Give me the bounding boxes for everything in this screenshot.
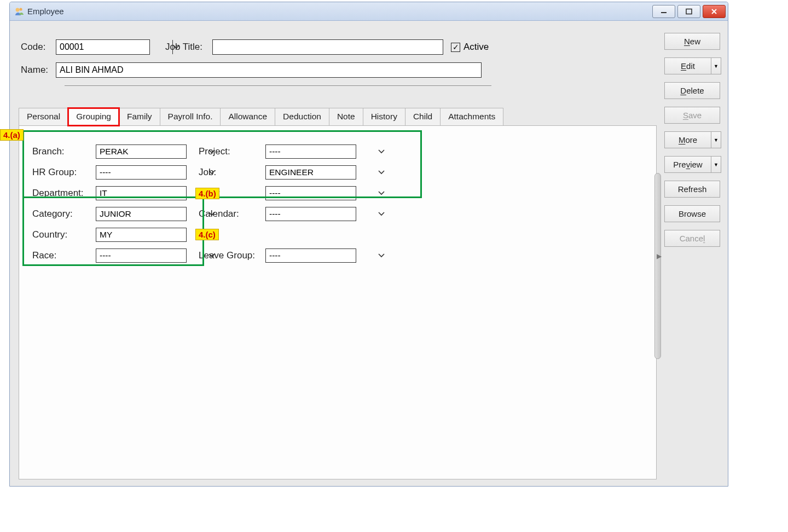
cancel-button[interactable]: Cancel: [664, 230, 720, 247]
chevron-down-icon[interactable]: [378, 166, 385, 179]
task-input[interactable]: [266, 188, 378, 198]
tab-allowance[interactable]: Allowance: [220, 108, 275, 126]
tab-payroll-info[interactable]: Payroll Info.: [160, 108, 221, 126]
hrgroup-combo[interactable]: [96, 165, 187, 180]
calendar-combo[interactable]: [265, 207, 356, 221]
app-icon: [14, 7, 24, 16]
code-input[interactable]: [56, 40, 172, 54]
race-label: Race:: [32, 250, 96, 261]
action-sidebar: New Edit ▼ Delete Save More ▼ Preview ▼ …: [664, 33, 725, 247]
country-input[interactable]: [96, 230, 208, 240]
active-checkbox[interactable]: ✓ Active: [451, 42, 489, 53]
leavegroup-label: Leave Group:: [199, 250, 265, 261]
svg-point-1: [19, 8, 22, 10]
code-label: Code:: [21, 42, 56, 53]
more-button[interactable]: More: [664, 131, 711, 148]
task-combo[interactable]: [265, 186, 356, 200]
project-combo[interactable]: [265, 144, 356, 159]
job-input[interactable]: [266, 167, 378, 177]
job-combo[interactable]: [265, 165, 356, 180]
category-input[interactable]: [96, 209, 208, 219]
browse-button[interactable]: Browse: [664, 205, 720, 222]
expand-handle-icon[interactable]: ▶: [657, 252, 662, 260]
new-button[interactable]: New: [664, 33, 720, 50]
tab-personal[interactable]: Personal: [19, 108, 68, 126]
code-combo[interactable]: [56, 39, 150, 55]
leavegroup-input[interactable]: [266, 251, 378, 261]
employee-window: Employee New Edit ▼ Delete Save More ▼ P…: [9, 2, 728, 487]
header-form: Code: Job Title: ✓ Active Name:: [21, 39, 657, 86]
race-combo[interactable]: [96, 248, 187, 263]
maximize-button[interactable]: [677, 5, 700, 18]
tab-attachments[interactable]: Attachments: [440, 108, 503, 126]
delete-button[interactable]: Delete: [664, 82, 720, 99]
name-label: Name:: [21, 65, 56, 76]
save-button[interactable]: Save: [664, 107, 720, 124]
chevron-down-icon[interactable]: [378, 145, 385, 158]
more-dropdown[interactable]: ▼: [711, 131, 721, 148]
preview-button[interactable]: Preview: [664, 156, 711, 173]
jobtitle-label: Job Title:: [165, 42, 212, 53]
project-input[interactable]: [266, 147, 378, 157]
chevron-down-icon[interactable]: [208, 228, 215, 241]
project-label: Project:: [199, 146, 265, 157]
scrollbar-thumb[interactable]: [654, 173, 661, 359]
tab-history[interactable]: History: [363, 108, 405, 126]
tab-family[interactable]: Family: [119, 108, 160, 126]
branch-combo[interactable]: [96, 144, 187, 159]
svg-rect-2: [661, 12, 667, 13]
jobtitle-input[interactable]: [212, 39, 443, 55]
name-input[interactable]: [56, 62, 482, 78]
chevron-down-icon[interactable]: [378, 207, 385, 221]
titlebar[interactable]: Employee: [10, 2, 728, 21]
department-input[interactable]: [96, 188, 208, 198]
grouping-form: Branch: Project: HR Group: Job: Departme…: [32, 141, 415, 266]
client-area: New Edit ▼ Delete Save More ▼ Preview ▼ …: [10, 21, 728, 486]
country-label: Country:: [32, 229, 96, 240]
tab-grouping[interactable]: Grouping: [68, 108, 119, 126]
divider: [65, 85, 491, 86]
edit-button[interactable]: Edit: [664, 57, 711, 74]
refresh-button[interactable]: Refresh: [664, 181, 720, 198]
task-label: Task:: [199, 188, 265, 199]
branch-input[interactable]: [96, 147, 208, 157]
chevron-down-icon[interactable]: [378, 249, 385, 262]
hrgroup-label: HR Group:: [32, 167, 96, 178]
branch-label: Branch:: [32, 146, 96, 157]
close-button[interactable]: [703, 5, 726, 18]
tabstrip: Personal Grouping Family Payroll Info. A…: [19, 107, 503, 125]
leavegroup-combo[interactable]: [265, 248, 356, 263]
category-combo[interactable]: [96, 207, 187, 221]
tab-child[interactable]: Child: [405, 108, 441, 126]
svg-point-0: [16, 8, 20, 11]
checkbox-icon: ✓: [451, 43, 460, 52]
calendar-label: Calendar:: [199, 209, 265, 219]
hrgroup-input[interactable]: [96, 167, 208, 177]
department-combo[interactable]: [96, 186, 187, 200]
country-combo[interactable]: [96, 228, 187, 242]
category-label: Category:: [32, 209, 96, 219]
department-label: Department:: [32, 188, 96, 199]
job-label: Job:: [199, 167, 265, 178]
window-controls: [652, 5, 726, 18]
tab-panel-grouping: Branch: Project: HR Group: Job: Departme…: [19, 125, 657, 479]
svg-rect-3: [686, 9, 692, 14]
tab-deduction[interactable]: Deduction: [275, 108, 329, 126]
tab-note[interactable]: Note: [329, 108, 363, 126]
race-input[interactable]: [96, 251, 208, 261]
minimize-button[interactable]: [652, 5, 675, 18]
calendar-input[interactable]: [266, 209, 378, 219]
chevron-down-icon[interactable]: [378, 187, 385, 200]
edit-dropdown[interactable]: ▼: [711, 57, 721, 74]
active-label: Active: [463, 42, 489, 53]
window-title: Employee: [27, 7, 64, 16]
preview-dropdown[interactable]: ▼: [711, 156, 721, 173]
